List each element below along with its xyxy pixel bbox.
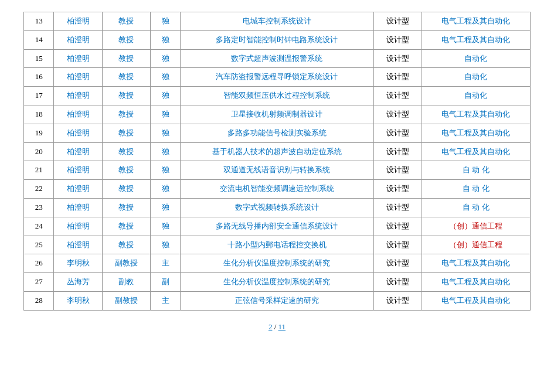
cell-title: 教授 — [102, 198, 150, 217]
cell-type: 独 — [150, 105, 180, 124]
cell-type: 副 — [150, 273, 180, 292]
page-total: 11 — [278, 322, 286, 331]
cell-major: 自动化 — [422, 68, 530, 87]
cell-type: 独 — [150, 236, 180, 254]
cell-major: 电气工程及其自动化 — [422, 105, 530, 124]
cell-major: 电气工程及其自动化 — [422, 12, 530, 31]
cell-type: 独 — [150, 142, 180, 161]
cell-name: 丛海芳 — [54, 273, 102, 292]
cell-num: 15 — [24, 49, 54, 68]
cell-title: 教授 — [102, 124, 150, 142]
table-row: 27丛海芳副教副生化分析仪温度控制系统的研究设计型电气工程及其自动化 — [24, 273, 531, 292]
cell-project: 交流电机智能变频调速远控制系统 — [181, 180, 373, 199]
cell-ptype: 设计型 — [373, 68, 422, 87]
cell-ptype: 设计型 — [373, 105, 422, 124]
cell-project: 智能双频恒压供水过程控制系统 — [181, 87, 373, 105]
cell-name: 柏澄明 — [54, 68, 102, 87]
table-row: 24柏澄明教授独多路无线导播内部安全通信系统设计设计型（创）通信工程 — [24, 217, 531, 236]
cell-type: 独 — [150, 198, 180, 217]
cell-num: 25 — [24, 236, 54, 254]
cell-ptype: 设计型 — [373, 273, 422, 292]
cell-project: 基于机器人技术的超声波自动定位系统 — [181, 142, 373, 161]
cell-ptype: 设计型 — [373, 161, 422, 180]
cell-major: 电气工程及其自动化 — [422, 142, 530, 161]
cell-type: 主 — [150, 291, 180, 310]
cell-ptype: 设计型 — [373, 12, 422, 31]
cell-title: 教授 — [102, 49, 150, 68]
cell-name: 李明秋 — [54, 254, 102, 273]
cell-name: 柏澄明 — [54, 12, 102, 31]
cell-type: 独 — [150, 30, 180, 49]
cell-num: 17 — [24, 87, 54, 105]
cell-num: 21 — [24, 161, 54, 180]
cell-name: 柏澄明 — [54, 30, 102, 49]
cell-ptype: 设计型 — [373, 30, 422, 49]
cell-project: 正弦信号采样定速的研究 — [181, 291, 373, 310]
cell-project: 电城车控制系统设计 — [181, 12, 373, 31]
cell-num: 20 — [24, 142, 54, 161]
cell-project: 数字式超声波测温报警系统 — [181, 49, 373, 68]
cell-major: 自 动 化 — [422, 198, 530, 217]
cell-major: 电气工程及其自动化 — [422, 254, 530, 273]
table-row: 17柏澄明教授独智能双频恒压供水过程控制系统设计型自动化 — [24, 87, 531, 105]
cell-num: 16 — [24, 68, 54, 87]
cell-title: 教授 — [102, 30, 150, 49]
cell-num: 22 — [24, 180, 54, 199]
cell-num: 23 — [24, 198, 54, 217]
cell-type: 独 — [150, 180, 180, 199]
cell-major: 自 动 化 — [422, 161, 530, 180]
table-row: 26李明秋副教授主生化分析仪温度控制系统的研究设计型电气工程及其自动化 — [24, 254, 531, 273]
cell-title: 教授 — [102, 142, 150, 161]
cell-title: 副教授 — [102, 254, 150, 273]
table-row: 20柏澄明教授独基于机器人技术的超声波自动定位系统设计型电气工程及其自动化 — [24, 142, 531, 161]
page-separator: / — [272, 322, 278, 331]
cell-project: 多路无线导播内部安全通信系统设计 — [181, 217, 373, 236]
cell-project: 多路多功能信号检测实验系统 — [181, 124, 373, 142]
cell-ptype: 设计型 — [373, 49, 422, 68]
table-row: 14柏澄明教授独多路定时智能控制时钟电路系统设计设计型电气工程及其自动化 — [24, 30, 531, 49]
table-row: 13柏澄明教授独电城车控制系统设计设计型电气工程及其自动化 — [24, 12, 531, 31]
cell-project: 汽车防盗报警远程寻呼锁定系统设计 — [181, 68, 373, 87]
cell-ptype: 设计型 — [373, 291, 422, 310]
cell-major: 自 动 化 — [422, 180, 530, 199]
cell-major: 电气工程及其自动化 — [422, 273, 530, 292]
cell-ptype: 设计型 — [373, 124, 422, 142]
cell-name: 柏澄明 — [54, 161, 102, 180]
table-row: 19柏澄明教授独多路多功能信号检测实验系统设计型电气工程及其自动化 — [24, 124, 531, 142]
cell-num: 28 — [24, 291, 54, 310]
cell-type: 独 — [150, 124, 180, 142]
cell-major: 电气工程及其自动化 — [422, 291, 530, 310]
cell-ptype: 设计型 — [373, 180, 422, 199]
cell-major: （创）通信工程 — [422, 217, 530, 236]
cell-num: 13 — [24, 12, 54, 31]
cell-ptype: 设计型 — [373, 217, 422, 236]
cell-major: 自动化 — [422, 49, 530, 68]
cell-title: 教授 — [102, 180, 150, 199]
cell-name: 柏澄明 — [54, 105, 102, 124]
table-row: 16柏澄明教授独汽车防盗报警远程寻呼锁定系统设计设计型自动化 — [24, 68, 531, 87]
cell-title: 教授 — [102, 87, 150, 105]
cell-ptype: 设计型 — [373, 198, 422, 217]
cell-num: 24 — [24, 217, 54, 236]
cell-type: 独 — [150, 12, 180, 31]
cell-num: 27 — [24, 273, 54, 292]
cell-name: 柏澄明 — [54, 49, 102, 68]
table-row: 21柏澄明教授独双通道无线语音识别与转换系统设计型自 动 化 — [24, 161, 531, 180]
cell-num: 26 — [24, 254, 54, 273]
cell-major: （创）通信工程 — [422, 236, 530, 254]
cell-name: 柏澄明 — [54, 198, 102, 217]
cell-project: 数字式视频转换系统设计 — [181, 198, 373, 217]
cell-num: 14 — [24, 30, 54, 49]
cell-name: 柏澄明 — [54, 124, 102, 142]
table-row: 15柏澄明教授独数字式超声波测温报警系统设计型自动化 — [24, 49, 531, 68]
cell-ptype: 设计型 — [373, 87, 422, 105]
cell-title: 教授 — [102, 161, 150, 180]
cell-project: 卫星接收机射频调制器设计 — [181, 105, 373, 124]
table-row: 23柏澄明教授独数字式视频转换系统设计设计型自 动 化 — [24, 198, 531, 217]
cell-project: 双通道无线语音识别与转换系统 — [181, 161, 373, 180]
cell-type: 独 — [150, 161, 180, 180]
cell-title: 教授 — [102, 68, 150, 87]
cell-type: 独 — [150, 68, 180, 87]
cell-num: 19 — [24, 124, 54, 142]
cell-title: 教授 — [102, 105, 150, 124]
